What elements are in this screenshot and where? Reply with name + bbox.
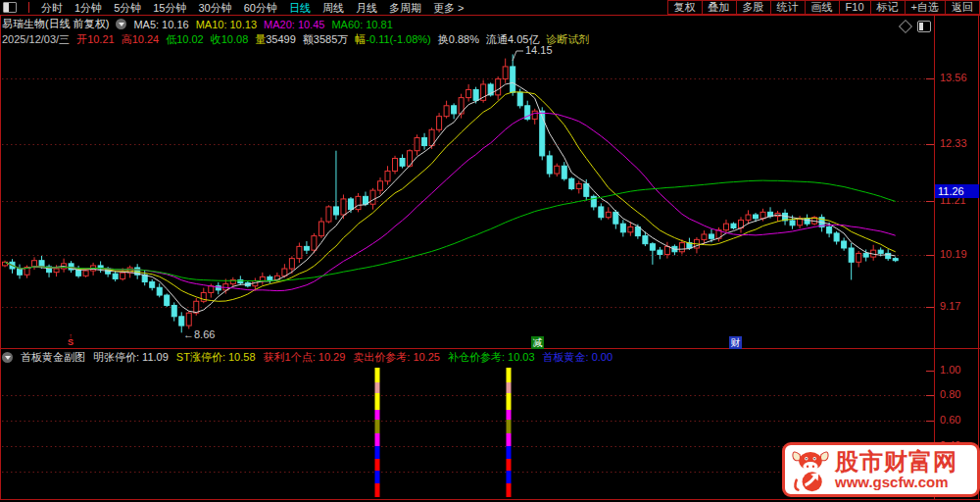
stock-title: 易瑞生物(日线 前复权) xyxy=(2,17,109,31)
ohlc-field-5: 额3585万 xyxy=(303,32,348,47)
field-label: 额 xyxy=(303,33,314,45)
ohlc-field-4: 量35499 xyxy=(255,32,296,47)
chevron-down-icon[interactable] xyxy=(116,19,126,29)
low-annotation: ←8.66 xyxy=(183,328,215,340)
field-label: 高 xyxy=(122,33,132,45)
y-axis-label: 12.33 xyxy=(940,137,977,149)
subchart-header-item-2: ST涨停价: 10.58 xyxy=(176,350,256,365)
ohlc-field-0: 开10.21 xyxy=(76,32,115,47)
subchart-header: 首板黄金副图明张停价: 11.09ST涨停价: 10.58获利1个点: 10.2… xyxy=(2,350,612,365)
ohlc-field-6: 幅-0.11(-1.08%) xyxy=(355,32,430,47)
stock-info-row: 易瑞生物(日线 前复权) MA5: 10.16MA10: 10.13MA20: … xyxy=(2,17,393,31)
field-label: 换 xyxy=(438,33,449,45)
event-marker-report[interactable]: 财 xyxy=(729,336,742,349)
watermark-url: www.gscfw.com xyxy=(835,475,957,490)
bull-logo-icon xyxy=(790,447,831,493)
ohlc-info-row: 2025/12/03/三 开10.21高10.24低10.02收10.08量35… xyxy=(2,32,589,47)
subchart-signal-bars xyxy=(375,368,512,497)
subchart-axis-label: 0.60 xyxy=(940,414,977,426)
high-annotation-pointer xyxy=(513,51,523,61)
field-label: 诊断试剂 xyxy=(546,33,589,45)
site-watermark: 股市财富网 www.gscfw.com xyxy=(782,442,980,497)
sell-marker-label: S xyxy=(68,338,74,347)
subchart-header-item-5: 补仓价参考: 10.03 xyxy=(448,350,535,365)
ohlc-field-7: 换0.88% xyxy=(438,32,479,47)
subchart-chevron-icon[interactable] xyxy=(2,352,13,363)
stock-app-window: 分时1分钟5分钟15分钟30分钟60分钟日线周线月线多周期更多 > 复权叠加多股… xyxy=(0,0,980,502)
watermark-text: 股市财富网 www.gscfw.com xyxy=(835,449,957,490)
ma-line-60 xyxy=(5,180,896,280)
field-value: 10.08 xyxy=(221,33,249,45)
y-axis-label: 13.56 xyxy=(940,72,977,83)
ohlc-field-9: 诊断试剂 xyxy=(546,32,589,47)
field-value: 10.02 xyxy=(176,33,204,45)
field-value: -0.11(-1.08%) xyxy=(366,33,430,45)
watermark-site-name: 股市财富网 xyxy=(835,449,957,475)
subchart-axis-label: 0.80 xyxy=(940,388,977,400)
field-label: 量 xyxy=(255,33,266,45)
field-value: 35499 xyxy=(266,33,296,45)
subchart-header-item-6: 首板黄金: 0.00 xyxy=(543,350,613,365)
ma-label-3: MA60: 10.81 xyxy=(331,19,392,30)
field-value: 10.24 xyxy=(132,33,160,45)
subchart-axis-label: 1.00 xyxy=(940,364,977,376)
ohlc-field-1: 高10.24 xyxy=(122,32,160,47)
ma-label-0: MA5: 10.16 xyxy=(133,19,188,30)
ohlc-field-8: 流通4.05亿 xyxy=(486,32,539,47)
ma-label-1: MA10: 10.13 xyxy=(196,19,257,30)
y-axis-label: 9.17 xyxy=(940,300,977,312)
field-value: 4.05亿 xyxy=(508,33,539,45)
event-marker-reduce[interactable]: 减 xyxy=(531,336,544,349)
ohlc-field-3: 收10.08 xyxy=(211,32,249,47)
field-label: 流通 xyxy=(486,33,508,45)
ma-label-2: MA20: 10.45 xyxy=(264,19,324,30)
field-label: 低 xyxy=(166,33,176,45)
ma-line-5 xyxy=(5,82,896,312)
y-axis-label: 10.19 xyxy=(940,248,977,260)
subchart-header-item-3: 获利1个点: 10.29 xyxy=(264,350,346,365)
current-price-badge: 11.26 xyxy=(935,184,979,198)
sell-marker: ↑ S xyxy=(65,333,76,347)
ohlc-field-2: 低10.02 xyxy=(166,32,204,47)
field-value: 0.88% xyxy=(449,33,479,45)
gridlines xyxy=(2,79,934,473)
field-label: 收 xyxy=(211,33,221,45)
field-value: 3585万 xyxy=(314,33,348,45)
diamond-icon[interactable] xyxy=(899,20,912,33)
field-value: 10.21 xyxy=(87,33,115,45)
bar-date: 2025/12/03/三 xyxy=(2,32,70,47)
chart-corner-icons xyxy=(901,21,931,32)
subchart-header-item-1: 明张停价: 11.09 xyxy=(93,350,169,365)
subchart-header-item-0: 首板黄金副图 xyxy=(21,350,85,365)
field-label: 幅 xyxy=(355,33,366,45)
subchart-header-item-4: 卖出价参考: 10.25 xyxy=(353,350,440,365)
split-panel-icon[interactable] xyxy=(917,21,931,32)
candlestick-series xyxy=(3,54,899,332)
ma-lines xyxy=(5,82,896,312)
field-label: 开 xyxy=(76,33,87,45)
chart-canvas[interactable] xyxy=(0,0,980,502)
